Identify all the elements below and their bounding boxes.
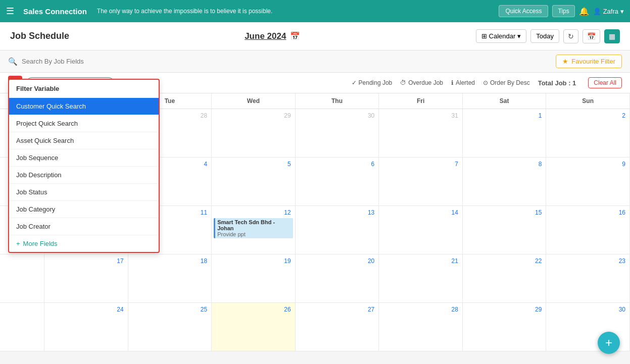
- cal-day-num: 31: [381, 111, 460, 120]
- search-bar: 🔍 ★ Favourite Filter Filter Variable Cus…: [0, 50, 630, 73]
- alerted-label: Alerted: [456, 79, 475, 86]
- brand-name: Sales Connection: [23, 7, 87, 16]
- cal-day-num: 22: [465, 256, 544, 266]
- cal-day-jun24[interactable]: 24: [44, 303, 128, 351]
- alerted-icon: ℹ: [451, 79, 454, 86]
- cal-day-num: 29: [214, 111, 293, 120]
- cal-day-num: 20: [298, 256, 377, 266]
- header-center: June 2024 📅: [69, 31, 476, 41]
- cal-day-jun17[interactable]: 17: [44, 254, 128, 302]
- order-by-label: Order By Desc: [490, 79, 530, 86]
- order-by-desc-status[interactable]: ⊙ Order By Desc: [483, 79, 530, 86]
- quick-access-button[interactable]: Quick Access: [499, 5, 548, 17]
- cal-day-jun7[interactable]: 7: [379, 158, 463, 205]
- cal-day-jun6[interactable]: 6: [296, 158, 379, 205]
- today-button[interactable]: Today: [530, 29, 559, 43]
- cal-day-num: 21: [381, 256, 460, 266]
- favourite-filter-button[interactable]: ★ Favourite Filter: [556, 55, 622, 68]
- date-range-button[interactable]: 📅: [583, 29, 600, 43]
- month-title: June 2024: [245, 31, 286, 41]
- refresh-button[interactable]: ↻: [563, 29, 578, 43]
- dropdown-item-job-status[interactable]: Job Status: [9, 184, 159, 201]
- tagline: The only way to achieve the impossible i…: [97, 8, 494, 15]
- dropdown-item-job-description[interactable]: Job Description: [9, 167, 159, 184]
- cal-header-wed: Wed: [212, 93, 296, 109]
- clear-all-button[interactable]: Clear All: [588, 77, 622, 88]
- cal-day-num: 8: [465, 160, 544, 169]
- cal-day-jun2[interactable]: 2: [546, 109, 630, 157]
- cal-day-may31[interactable]: 31: [379, 109, 463, 157]
- month-calendar-icon-button[interactable]: 📅: [290, 31, 300, 41]
- calendar-row-5: 24 25 26 27 28 29 30: [0, 303, 630, 351]
- event-subtitle: Provide ppt: [217, 231, 291, 237]
- cal-day-num: 13: [298, 208, 377, 217]
- cal-day-num: 30: [298, 111, 377, 120]
- cal-day-jun13[interactable]: 13: [296, 206, 379, 254]
- tips-button[interactable]: Tips: [552, 5, 574, 17]
- cal-day-num: 27: [298, 305, 377, 314]
- cal-day-may30[interactable]: 30: [296, 109, 379, 157]
- cal-event-smart-tech[interactable]: Smart Tech Sdn Bhd - Johan Provide ppt: [214, 218, 293, 238]
- cal-day-jun19[interactable]: 19: [212, 254, 296, 302]
- cal-day-may29[interactable]: 29: [212, 109, 296, 157]
- cal-day-jun25[interactable]: 25: [128, 303, 212, 351]
- cal-day-jun12[interactable]: 12 Smart Tech Sdn Bhd - Johan Provide pp…: [212, 206, 296, 254]
- cal-day-jun22[interactable]: 22: [463, 254, 547, 302]
- cal-day-num: 18: [130, 256, 210, 266]
- cal-day-jun16[interactable]: 16: [546, 206, 630, 254]
- cal-day-num: 16: [548, 208, 627, 217]
- nav-right: Quick Access Tips 🔔 👤 Zafra ▾: [499, 5, 624, 17]
- more-fields-button[interactable]: + More Fields: [9, 235, 159, 252]
- cal-day-jun21[interactable]: 21: [379, 254, 463, 302]
- cal-day-jun5[interactable]: 5: [212, 158, 296, 205]
- cal-day-jun28[interactable]: 28: [379, 303, 463, 351]
- cal-day-jun18[interactable]: 18: [128, 254, 212, 302]
- hamburger-icon[interactable]: ☰: [6, 6, 14, 17]
- calendar-view-label: Calendar: [489, 32, 516, 40]
- fab-add-button[interactable]: +: [598, 332, 620, 354]
- dropdown-header: Filter Variable: [9, 80, 159, 98]
- pending-job-label: Pending Job: [359, 79, 393, 86]
- notification-bell-icon[interactable]: 🔔: [579, 7, 589, 16]
- cal-day-jun23[interactable]: 23: [546, 254, 630, 302]
- dropdown-item-customer-quick-search[interactable]: Customer Quick Search: [9, 98, 159, 115]
- cal-day-jun15[interactable]: 15: [463, 206, 547, 254]
- dropdown-item-asset-quick-search[interactable]: Asset Quick Search: [9, 132, 159, 149]
- cal-row5-label: [0, 303, 44, 351]
- cal-day-jun27[interactable]: 27: [296, 303, 379, 351]
- pending-job-status[interactable]: ✓ Pending Job: [352, 79, 393, 86]
- cal-day-jun14[interactable]: 14: [379, 206, 463, 254]
- cal-day-num: 24: [46, 305, 126, 314]
- calendar-row-4: 17 18 19 20 21 22 23: [0, 254, 630, 303]
- cal-day-jun1[interactable]: 1: [463, 109, 547, 157]
- cal-day-jun26[interactable]: 26: [212, 303, 296, 351]
- cal-day-jun20[interactable]: 20: [296, 254, 379, 302]
- cal-day-num: 15: [465, 208, 544, 217]
- cal-day-jun29[interactable]: 29: [463, 303, 547, 351]
- cal-day-num: 23: [548, 256, 627, 266]
- cal-day-jun9[interactable]: 9: [546, 158, 630, 205]
- star-icon: ★: [562, 58, 568, 65]
- cal-day-num: 12: [214, 208, 293, 217]
- cal-row4-label: [0, 254, 44, 302]
- filter-variable-dropdown: Filter Variable Customer Quick Search Pr…: [8, 79, 160, 253]
- dropdown-item-job-category[interactable]: Job Category: [9, 201, 159, 218]
- dropdown-item-job-sequence[interactable]: Job Sequence: [9, 149, 159, 167]
- cal-day-num: 1: [465, 111, 544, 120]
- cal-day-num: 26: [214, 305, 293, 314]
- cal-day-num: 14: [381, 208, 460, 217]
- dropdown-item-project-quick-search[interactable]: Project Quick Search: [9, 115, 159, 132]
- calendar-view-button[interactable]: ⊞ Calendar ▾: [476, 29, 527, 43]
- cal-day-num: 6: [298, 160, 377, 169]
- user-menu-button[interactable]: 👤 Zafra ▾: [593, 8, 624, 15]
- cal-day-num: 25: [130, 305, 210, 314]
- cal-day-jun8[interactable]: 8: [463, 158, 547, 205]
- overdue-job-status[interactable]: ⏱ Overdue Job: [400, 79, 443, 86]
- cal-header-sat: Sat: [463, 93, 547, 109]
- search-input[interactable]: [22, 58, 552, 65]
- filter-button[interactable]: ▦: [604, 29, 620, 43]
- chevron-down-icon: ▾: [620, 8, 624, 15]
- overdue-job-icon: ⏱: [400, 79, 406, 86]
- alerted-status[interactable]: ℹ Alerted: [451, 79, 475, 86]
- dropdown-item-job-creator[interactable]: Job Creator: [9, 218, 159, 235]
